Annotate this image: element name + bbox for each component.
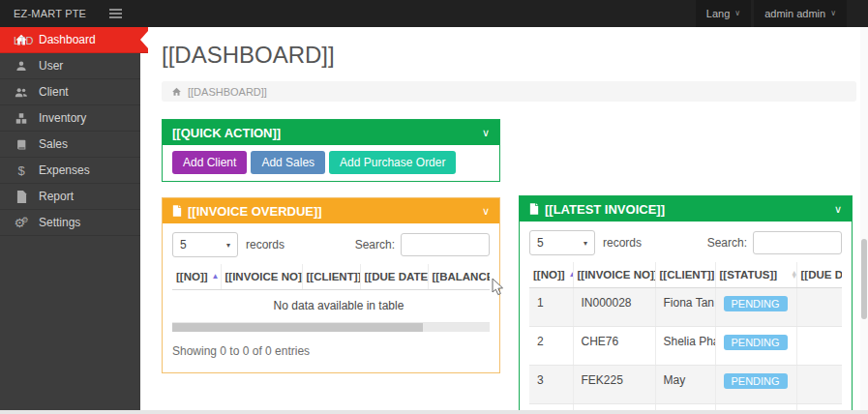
quick-action-header: [[QUICK ACTION]] ∨ xyxy=(163,120,499,145)
latest-invoice-panel: [[LATEST INVOICE]] ∨ 5 ▾ records Search: xyxy=(519,195,853,414)
sidebar-item-label: Sales xyxy=(39,137,68,151)
add-purchase-order-button[interactable]: Add Purchase Order xyxy=(329,151,456,174)
sidebar-item-label: Settings xyxy=(39,216,80,229)
brand-title: EZ-MART PTE LTD xyxy=(0,0,101,27)
users-icon xyxy=(14,86,29,99)
sidebar-item-report[interactable]: Report xyxy=(0,184,140,210)
sidebar-item-sales[interactable]: Sales xyxy=(0,132,140,158)
records-per-page-select[interactable]: 5 ▾ xyxy=(529,230,595,255)
records-per-page-select[interactable]: 5 ▾ xyxy=(172,232,238,257)
invoice-overdue-panel: [[INVOICE OVERDUE]] ∨ 5 ▾ records Search… xyxy=(162,197,500,373)
user-icon xyxy=(14,60,29,73)
bottom-scrollbar-strip[interactable] xyxy=(0,410,868,414)
table-row[interactable]: 1 IN000028 Fiona Tan PENDING xyxy=(529,288,842,327)
sidebar-item-inventory[interactable]: Inventory xyxy=(0,105,140,132)
sidebar-item-label: Client xyxy=(39,85,69,99)
sort-asc-icon: ▲ xyxy=(212,273,220,281)
main-content: [[DASHBOARD]] [[DASHBOARD]] [[QUICK ACTI… xyxy=(140,27,868,414)
breadcrumb-item[interactable]: [[DASHBOARD]] xyxy=(188,86,267,98)
sidebar-item-label: Expenses xyxy=(39,163,90,177)
search-label: Search: xyxy=(707,236,747,250)
sidebar-item-expenses[interactable]: $ Expenses xyxy=(0,158,140,184)
search-label: Search: xyxy=(355,238,395,251)
chevron-down-icon[interactable]: ∨ xyxy=(834,204,842,215)
language-label: Lang xyxy=(706,0,730,27)
sidebar-item-label: User xyxy=(39,59,63,73)
column-header-client[interactable]: [[CLIENT]]▲▼ xyxy=(655,262,715,288)
scrollbar-thumb[interactable] xyxy=(861,239,867,319)
sidebar-item-label: Report xyxy=(39,190,74,203)
hamburger-menu-icon[interactable] xyxy=(101,0,130,27)
chevron-down-icon[interactable]: ∨ xyxy=(482,206,490,217)
status-badge: PENDING xyxy=(724,373,788,389)
quick-action-panel: [[QUICK ACTION]] ∨ Add Client Add Sales … xyxy=(162,119,500,182)
file-icon xyxy=(14,191,29,203)
select-caret-icon: ▾ xyxy=(584,239,587,248)
gears-icon: ⚙⚙ xyxy=(14,216,29,230)
select-caret-icon: ▾ xyxy=(226,241,230,250)
status-badge: PENDING xyxy=(724,296,788,311)
home-icon xyxy=(171,87,182,97)
dollar-icon: $ xyxy=(14,163,29,178)
column-header-invoice-no[interactable]: [[INVOICE NO]]▲▼ xyxy=(573,262,655,288)
column-header-due-date[interactable]: [[DUE DATE]] xyxy=(796,262,842,288)
search-input[interactable] xyxy=(753,231,842,254)
records-label: records xyxy=(246,238,284,251)
sort-asc-icon: ▲ xyxy=(569,271,573,279)
table-row[interactable]: 3 FEK225 May PENDING xyxy=(529,366,842,404)
breadcrumb: [[DASHBOARD]] xyxy=(162,81,856,102)
file-icon xyxy=(172,205,182,217)
column-header-no[interactable]: [[NO]]▲ xyxy=(172,264,221,290)
top-navbar: EZ-MART PTE LTD Lang ∨ admin admin ∨ xyxy=(0,0,868,27)
vertical-scrollbar[interactable] xyxy=(860,27,868,414)
empty-table-message: No data available in table xyxy=(172,290,490,323)
file-icon xyxy=(529,203,539,215)
table-info-text: Showing 0 to 0 of 0 entries xyxy=(163,332,499,372)
cubes-icon xyxy=(14,112,29,125)
horizontal-scrollbar[interactable] xyxy=(172,323,490,332)
column-header-no[interactable]: [[NO]]▲ xyxy=(529,262,573,288)
page-title: [[DASHBOARD]] xyxy=(162,42,856,69)
sort-icon: ▲▼ xyxy=(791,271,796,280)
add-sales-button[interactable]: Add Sales xyxy=(251,151,325,174)
panel-title: [[QUICK ACTION]] xyxy=(172,126,281,140)
column-header-status[interactable]: [[STATUS]]▲▼ xyxy=(715,262,796,288)
sidebar-item-user[interactable]: User xyxy=(0,53,140,79)
chevron-down-icon: ∨ xyxy=(830,10,836,17)
sidebar-item-label: Dashboard xyxy=(39,33,96,46)
add-client-button[interactable]: Add Client xyxy=(172,151,247,174)
column-header-balance[interactable]: [[BALANCE]] xyxy=(428,264,490,290)
latest-invoice-header: [[LATEST INVOICE]] ∨ xyxy=(520,196,852,222)
sidebar: Dashboard User Client Inventory Sales $ … xyxy=(0,27,140,410)
sidebar-item-settings[interactable]: ⚙⚙ Settings xyxy=(0,210,140,236)
chevron-down-icon: ∨ xyxy=(734,10,740,17)
book-icon xyxy=(14,138,29,151)
latest-invoice-table: [[NO]]▲ [[INVOICE NO]]▲▼ [[CLIENT]]▲▼ [[… xyxy=(529,262,842,414)
invoice-overdue-table: [[NO]]▲ [[INVOICE NO]]▲▼ [[CLIENT]]▲▼ [[… xyxy=(172,264,490,323)
invoice-overdue-header: [[INVOICE OVERDUE]] ∨ xyxy=(163,198,499,223)
column-header-client[interactable]: [[CLIENT]]▲▼ xyxy=(302,264,360,290)
user-label: admin admin xyxy=(764,0,825,27)
panel-title: [[LATEST INVOICE]] xyxy=(545,202,665,217)
sidebar-item-label: Inventory xyxy=(39,111,86,125)
user-dropdown[interactable]: admin admin ∨ xyxy=(754,0,847,27)
column-header-due-date[interactable]: [[DUE DATE]]▲▼ xyxy=(360,264,428,290)
scrollbar-thumb[interactable] xyxy=(172,323,423,332)
records-label: records xyxy=(603,236,642,250)
chevron-down-icon[interactable]: ∨ xyxy=(482,128,490,138)
language-dropdown[interactable]: Lang ∨ xyxy=(696,0,751,27)
sidebar-item-client[interactable]: Client xyxy=(0,79,140,105)
table-row[interactable]: 2 CHE76 Shelia Phang PENDING xyxy=(529,327,842,366)
search-input[interactable] xyxy=(401,233,490,256)
panel-title: [[INVOICE OVERDUE]] xyxy=(188,204,322,219)
status-badge: PENDING xyxy=(724,335,788,350)
column-header-invoice-no[interactable]: [[INVOICE NO]]▲▼ xyxy=(221,264,302,290)
